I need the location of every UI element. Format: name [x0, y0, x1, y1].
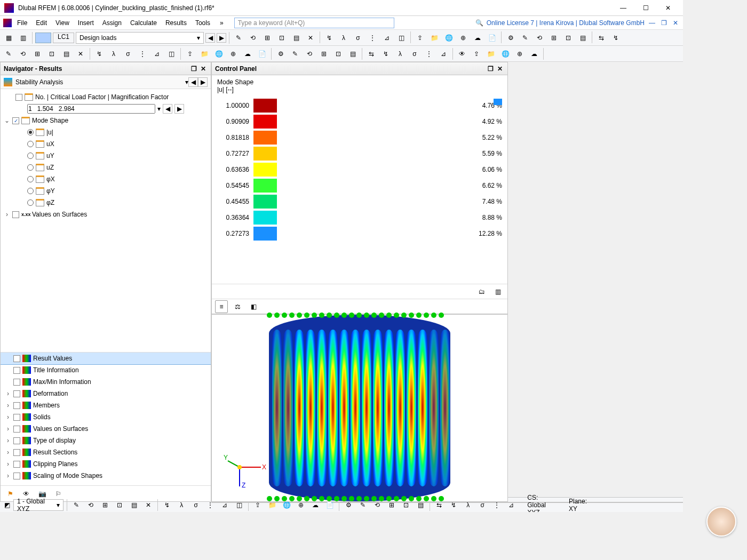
- tool-icon[interactable]: ↯: [609, 31, 622, 44]
- display-item-values-on-surfaces[interactable]: ›Values on Surfaces: [1, 423, 211, 435]
- display-item-scaling-of-mode-shapes[interactable]: ›Scaling of Mode Shapes: [1, 470, 211, 482]
- menu-file[interactable]: File: [13, 18, 31, 28]
- tool-icon[interactable]: σ: [408, 47, 421, 60]
- lc-prev-button[interactable]: ◀: [205, 33, 215, 43]
- menu-edit[interactable]: Edit: [31, 18, 51, 28]
- checkbox[interactable]: [13, 461, 20, 468]
- display-item-result-values[interactable]: Result Values: [1, 353, 211, 364]
- tool-icon[interactable]: ✎: [289, 47, 301, 60]
- tool-icon[interactable]: ⊞: [261, 31, 274, 44]
- legend-balance-icon[interactable]: ⚖: [231, 300, 244, 313]
- tool-icon[interactable]: ⋮: [136, 47, 149, 60]
- menu-assign[interactable]: Assign: [98, 18, 126, 28]
- menu-calculate[interactable]: Calculate: [126, 18, 161, 28]
- display-item-title-information[interactable]: Title Information: [1, 364, 211, 376]
- checkbox[interactable]: [13, 355, 20, 362]
- tool-icon[interactable]: ⊞: [317, 47, 330, 60]
- checkbox[interactable]: [12, 211, 19, 218]
- tool-icon[interactable]: ☁: [241, 47, 254, 60]
- tool-icon[interactable]: ☁: [528, 47, 541, 60]
- tool-icon[interactable]: ⇆: [365, 47, 378, 60]
- panel-close-button[interactable]: ✕: [199, 65, 208, 73]
- results-tree[interactable]: No. | Critical Load Factor | Magnificati…: [1, 89, 211, 352]
- tool-icon[interactable]: ⊕: [227, 47, 240, 60]
- tool-icon[interactable]: λ: [394, 47, 407, 60]
- display-item-type-of-display[interactable]: ›Type of display: [1, 435, 211, 446]
- tool-icon[interactable]: ▤: [128, 499, 140, 511]
- checkbox[interactable]: [15, 94, 22, 101]
- tool-icon[interactable]: ⇪: [184, 47, 196, 60]
- tool-icon[interactable]: ⇪: [470, 47, 483, 60]
- tool-icon[interactable]: 🌐: [442, 31, 455, 44]
- tool-icon[interactable]: ↯: [323, 31, 336, 44]
- radio[interactable]: [27, 164, 34, 171]
- tool-icon[interactable]: ⊞: [99, 499, 112, 511]
- legend-bars-button[interactable]: ▥: [491, 285, 504, 298]
- tool-icon[interactable]: ⊡: [113, 499, 126, 511]
- menu-insert[interactable]: Insert: [74, 18, 98, 28]
- tool-icon[interactable]: ✎: [519, 31, 531, 44]
- menu-more[interactable]: »: [216, 18, 228, 28]
- tool-icon[interactable]: ⊿: [150, 47, 163, 60]
- display-item-solids[interactable]: ›Solids: [1, 411, 211, 423]
- legend-tag-icon[interactable]: ◧: [247, 300, 260, 313]
- tool-icon[interactable]: ⊕: [457, 31, 470, 44]
- category-dropdown[interactable]: Stability Analysis: [12, 78, 185, 86]
- collapse-caret-icon[interactable]: ⌄: [4, 117, 10, 124]
- tool-icon[interactable]: ⊡: [332, 47, 345, 60]
- lc-next-button[interactable]: ▶: [217, 33, 226, 43]
- tool-icon[interactable]: ⟲: [247, 31, 259, 44]
- tool-icon[interactable]: ⇪: [414, 31, 426, 44]
- tool-icon[interactable]: σ: [122, 47, 134, 60]
- checkbox[interactable]: [13, 367, 20, 374]
- panel-close-button[interactable]: ✕: [496, 65, 504, 73]
- display-item-max-min-information[interactable]: Max/Min Information: [1, 376, 211, 388]
- mdi-restore-button[interactable]: ❐: [659, 19, 668, 27]
- checkbox[interactable]: [13, 473, 20, 479]
- minimize-button[interactable]: —: [613, 1, 634, 15]
- tool-icon[interactable]: 📁: [484, 47, 497, 60]
- status-icon[interactable]: ◩: [3, 499, 11, 511]
- tool-icon[interactable]: ▤: [346, 47, 359, 60]
- maximize-button[interactable]: ☐: [635, 1, 656, 15]
- menu-view[interactable]: View: [51, 18, 74, 28]
- radio[interactable]: [27, 129, 34, 135]
- panel-close-button[interactable]: ✕: [671, 502, 679, 503]
- tool-icon[interactable]: ✕: [74, 47, 87, 60]
- radio[interactable]: [27, 153, 34, 159]
- checkbox[interactable]: [13, 390, 20, 397]
- legend-config-button[interactable]: 🗂: [475, 285, 488, 298]
- tool-icon[interactable]: ▥: [17, 31, 29, 44]
- tool-icon[interactable]: λ: [107, 47, 120, 60]
- panel-dock-button[interactable]: ❐: [189, 65, 198, 73]
- tool-icon[interactable]: ✕: [142, 499, 155, 511]
- search-icon[interactable]: 🔍: [475, 19, 483, 27]
- tool-icon[interactable]: 📁: [428, 31, 441, 44]
- display-item-result-sections[interactable]: ›Result Sections: [1, 446, 211, 458]
- radio[interactable]: [27, 188, 34, 194]
- display-item-members[interactable]: ›Members: [1, 399, 211, 411]
- navigator-display-list[interactable]: Result ValuesTitle InformationMax/Min In…: [1, 352, 211, 485]
- workspace-dropdown[interactable]: 1 - Global XYZ▾: [13, 499, 63, 511]
- case-prev-button[interactable]: ◀: [163, 104, 172, 114]
- nav-footer-flag-icon[interactable]: ⚑: [4, 487, 17, 500]
- tool-icon[interactable]: ↯: [93, 47, 106, 60]
- tool-icon[interactable]: 📄: [256, 47, 268, 60]
- tool-icon[interactable]: λ: [337, 31, 350, 44]
- tool-icon[interactable]: ✕: [304, 31, 317, 44]
- case-next-button[interactable]: ▶: [174, 104, 184, 114]
- checkbox[interactable]: [13, 426, 20, 433]
- tool-icon[interactable]: ✎: [232, 31, 245, 44]
- tool-icon[interactable]: σ: [189, 499, 202, 511]
- tool-icon[interactable]: ✎: [2, 47, 15, 60]
- tool-icon[interactable]: 📁: [198, 47, 211, 60]
- tool-icon[interactable]: 🌐: [212, 47, 225, 60]
- legend-list-icon[interactable]: ≡: [215, 300, 228, 313]
- panel-dock-button[interactable]: ❐: [486, 65, 495, 73]
- tool-icon[interactable]: ▦: [2, 31, 15, 44]
- tool-icon[interactable]: ⊿: [437, 47, 450, 60]
- tool-icon[interactable]: ⇆: [595, 31, 608, 44]
- tool-icon[interactable]: σ: [352, 31, 364, 44]
- search-input[interactable]: Type a keyword (Alt+Q): [234, 18, 394, 28]
- tool-icon[interactable]: ⊡: [275, 31, 288, 44]
